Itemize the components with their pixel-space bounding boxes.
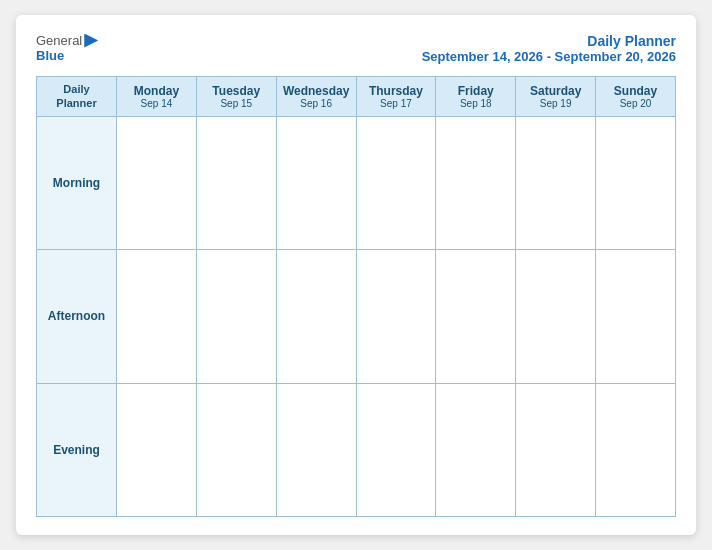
header: General Blue Daily Planner September 14,… bbox=[36, 33, 676, 64]
cell-evening-sunday[interactable] bbox=[596, 383, 676, 516]
daily-planner-header: DailyPlanner bbox=[37, 77, 117, 117]
table-header-row: DailyPlanner MondaySep 14TuesdaySep 15We… bbox=[37, 77, 676, 117]
cell-afternoon-friday[interactable] bbox=[436, 250, 516, 383]
title-sub: September 14, 2026 - September 20, 2026 bbox=[422, 49, 676, 64]
col-header-tuesday: TuesdaySep 15 bbox=[196, 77, 276, 117]
cell-afternoon-thursday[interactable] bbox=[356, 250, 436, 383]
col-header-saturday: SaturdaySep 19 bbox=[516, 77, 596, 117]
row-label-afternoon: Afternoon bbox=[37, 250, 117, 383]
cell-afternoon-monday[interactable] bbox=[117, 250, 197, 383]
table-row: Evening bbox=[37, 383, 676, 516]
cell-afternoon-sunday[interactable] bbox=[596, 250, 676, 383]
cell-afternoon-saturday[interactable] bbox=[516, 250, 596, 383]
logo-blue: Blue bbox=[36, 48, 64, 63]
cell-morning-wednesday[interactable] bbox=[276, 116, 356, 249]
cell-morning-friday[interactable] bbox=[436, 116, 516, 249]
cell-morning-saturday[interactable] bbox=[516, 116, 596, 249]
cell-evening-friday[interactable] bbox=[436, 383, 516, 516]
cell-evening-saturday[interactable] bbox=[516, 383, 596, 516]
col-header-friday: FridaySep 18 bbox=[436, 77, 516, 117]
col-header-sunday: SundaySep 20 bbox=[596, 77, 676, 117]
cell-afternoon-tuesday[interactable] bbox=[196, 250, 276, 383]
cell-evening-tuesday[interactable] bbox=[196, 383, 276, 516]
logo: General Blue bbox=[36, 33, 98, 63]
cell-morning-sunday[interactable] bbox=[596, 116, 676, 249]
row-label-evening: Evening bbox=[37, 383, 117, 516]
title-main: Daily Planner bbox=[422, 33, 676, 49]
page: General Blue Daily Planner September 14,… bbox=[16, 15, 696, 535]
col-header-wednesday: WednesdaySep 16 bbox=[276, 77, 356, 117]
planner-table: DailyPlanner MondaySep 14TuesdaySep 15We… bbox=[36, 76, 676, 517]
cell-morning-tuesday[interactable] bbox=[196, 116, 276, 249]
cell-evening-wednesday[interactable] bbox=[276, 383, 356, 516]
logo-general: General bbox=[36, 33, 82, 48]
cell-morning-monday[interactable] bbox=[117, 116, 197, 249]
cell-evening-thursday[interactable] bbox=[356, 383, 436, 516]
table-row: Afternoon bbox=[37, 250, 676, 383]
cell-afternoon-wednesday[interactable] bbox=[276, 250, 356, 383]
col-header-monday: MondaySep 14 bbox=[117, 77, 197, 117]
col-header-thursday: ThursdaySep 17 bbox=[356, 77, 436, 117]
table-row: Morning bbox=[37, 116, 676, 249]
cell-evening-monday[interactable] bbox=[117, 383, 197, 516]
cell-morning-thursday[interactable] bbox=[356, 116, 436, 249]
row-label-morning: Morning bbox=[37, 116, 117, 249]
logo-icon bbox=[84, 34, 98, 48]
header-title: Daily Planner September 14, 2026 - Septe… bbox=[422, 33, 676, 64]
